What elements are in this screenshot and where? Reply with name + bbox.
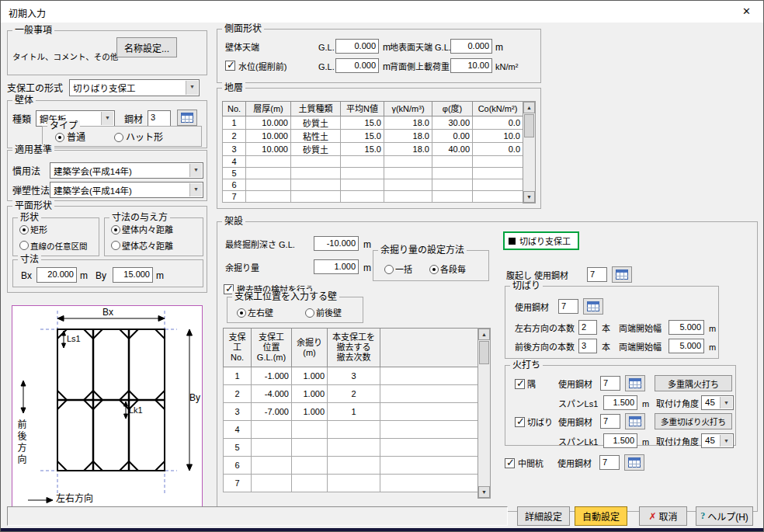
soil-cell[interactable]: 10.000	[246, 130, 291, 143]
wall-steel-input[interactable]: 3	[148, 110, 171, 127]
corner-steel-input[interactable]: 7	[600, 376, 620, 391]
detail-setting-button[interactable]: 詳細設定	[517, 506, 570, 526]
chevron-down-icon[interactable]	[720, 435, 732, 447]
soil-cell[interactable]	[432, 156, 473, 168]
span-lk1-input[interactable]: 1.500	[603, 433, 637, 448]
soil-cell[interactable]: 砂質土	[291, 143, 341, 156]
scroll-down-icon[interactable]	[478, 486, 490, 498]
scroll-thumb[interactable]	[479, 341, 489, 364]
dim-inner-radio[interactable]	[111, 225, 120, 235]
strut-cell[interactable]: 2	[328, 385, 380, 403]
soil-cell[interactable]: 1	[223, 116, 246, 130]
wall-type-hat-radio[interactable]	[114, 133, 123, 142]
fb-wall-radio[interactable]	[305, 308, 314, 318]
soil-cell[interactable]	[291, 156, 341, 168]
multi-kiri-button[interactable]: 多重切ばり火打ち	[655, 413, 732, 429]
strut-cell[interactable]: -7.000	[252, 403, 292, 421]
span-ls1-input[interactable]: 1.500	[603, 395, 637, 410]
wall-type-normal-radio[interactable]	[55, 133, 64, 142]
middle-pile-checkbox[interactable]	[505, 458, 515, 468]
soil-cell[interactable]	[246, 156, 291, 168]
kiribari-steel-input[interactable]: 7	[558, 299, 578, 314]
strut-cell[interactable]: 3	[328, 367, 380, 385]
soil-cell[interactable]: 15.0	[341, 116, 384, 130]
strut-table-scrollbar[interactable]	[477, 328, 491, 499]
chevron-down-icon[interactable]	[101, 112, 113, 125]
soil-cell[interactable]	[473, 156, 523, 168]
scroll-up-icon[interactable]	[478, 329, 490, 340]
soil-cell[interactable]: 粘性土	[291, 130, 341, 143]
middle-pile-steel-input[interactable]: 7	[599, 455, 620, 470]
help-button[interactable]: ?ヘルプ(H)	[696, 506, 753, 526]
strut-cell[interactable]: 1.000	[292, 403, 328, 421]
dim-center-radio[interactable]	[111, 241, 120, 250]
soil-cell[interactable]: 0.0	[473, 116, 523, 130]
wall-steel-picker-button[interactable]	[177, 110, 197, 126]
lr-edge-width-input[interactable]: 5.000	[668, 320, 704, 335]
soil-cell[interactable]: 15.0	[341, 130, 384, 143]
soil-cell[interactable]	[341, 156, 384, 168]
cancel-button[interactable]: ✗取消	[639, 506, 687, 526]
soil-cell[interactable]: 30.00	[432, 116, 473, 130]
kiri-hiuchi-checkbox[interactable]	[515, 417, 525, 427]
soil-cell[interactable]: 18.0	[384, 130, 432, 143]
waling-steel-picker-button[interactable]	[612, 266, 632, 283]
multi-corner-button[interactable]: 多重隅火打ち	[655, 375, 732, 391]
corner-steel-picker-button[interactable]	[625, 375, 645, 391]
conventional-select[interactable]: 建築学会(平成14年)	[50, 162, 203, 179]
fb-edge-width-input[interactable]: 5.000	[668, 339, 704, 353]
kiri-steel-input[interactable]: 7	[600, 414, 620, 429]
strut-cell[interactable]	[252, 421, 292, 439]
elastoplastic-select[interactable]: 建築学会(平成14年)	[50, 182, 203, 198]
soil-cell[interactable]: 15.0	[341, 143, 384, 156]
lr-count-input[interactable]: 2	[578, 320, 597, 335]
middle-pile-picker-button[interactable]	[624, 454, 644, 471]
strut-cell[interactable]: -1.000	[252, 367, 292, 385]
corner-checkbox[interactable]	[515, 379, 525, 389]
lr-wall-radio[interactable]	[237, 308, 246, 318]
strut-cell[interactable]	[328, 421, 380, 439]
soil-cell[interactable]: 18.0	[384, 143, 432, 156]
scroll-up-icon[interactable]	[523, 102, 535, 113]
soil-cell[interactable]	[384, 156, 432, 168]
support-form-select[interactable]: 切りばり支保工	[69, 79, 200, 96]
soil-cell[interactable]: 0.0	[473, 143, 523, 156]
chevron-down-icon[interactable]	[720, 397, 732, 409]
strut-cell[interactable]: 1	[224, 367, 252, 385]
soil-table-scrollbar[interactable]	[523, 101, 536, 203]
strut-cell[interactable]: 4	[224, 421, 252, 439]
name-setting-button[interactable]: 名称設定...	[116, 37, 177, 57]
waling-steel-input[interactable]: 7	[587, 267, 607, 282]
soil-cell[interactable]: 18.0	[384, 116, 432, 130]
chevron-down-icon[interactable]	[189, 164, 202, 177]
auto-setting-button[interactable]: 自動設定	[575, 506, 627, 526]
soil-cell[interactable]: 砂質土	[291, 116, 341, 130]
overcut-batch-radio[interactable]	[384, 265, 394, 274]
water-input[interactable]: 0.000	[335, 58, 379, 73]
strut-cell[interactable]: 1.000	[292, 367, 328, 385]
soil-cell[interactable]: 40.00	[432, 143, 473, 156]
soil-cell[interactable]: 2	[223, 130, 246, 143]
kiri-steel-picker-button[interactable]	[625, 413, 645, 429]
strut-cell[interactable]: 2	[224, 385, 252, 403]
chevron-down-icon[interactable]	[189, 183, 202, 196]
strut-cell[interactable]: 1.000	[292, 385, 328, 403]
fb-count-input[interactable]: 3	[578, 339, 597, 353]
ground-top-input[interactable]: 0.000	[450, 39, 492, 54]
corner-angle-select[interactable]: 45	[701, 395, 734, 410]
kiri-angle-select[interactable]: 45	[701, 433, 734, 448]
soil-cell[interactable]: 10.000	[246, 116, 291, 130]
soil-cell[interactable]: 4	[223, 156, 246, 168]
soil-cell[interactable]: 10.0	[473, 130, 523, 143]
soil-cell[interactable]: 0.00	[432, 130, 473, 143]
strut-cell[interactable]: 3	[224, 403, 252, 421]
close-icon[interactable]: ✕	[742, 5, 751, 17]
by-input[interactable]: 15.000	[113, 267, 153, 283]
strut-cell[interactable]: 1	[328, 403, 380, 421]
kiribari-steel-picker-button[interactable]	[583, 298, 603, 315]
wall-top-input[interactable]: 0.000	[335, 39, 379, 54]
scroll-down-icon[interactable]	[523, 191, 535, 203]
water-checkbox[interactable]	[225, 61, 235, 71]
scroll-thumb[interactable]	[524, 114, 534, 137]
overcut-input[interactable]: 1.000	[314, 259, 359, 274]
